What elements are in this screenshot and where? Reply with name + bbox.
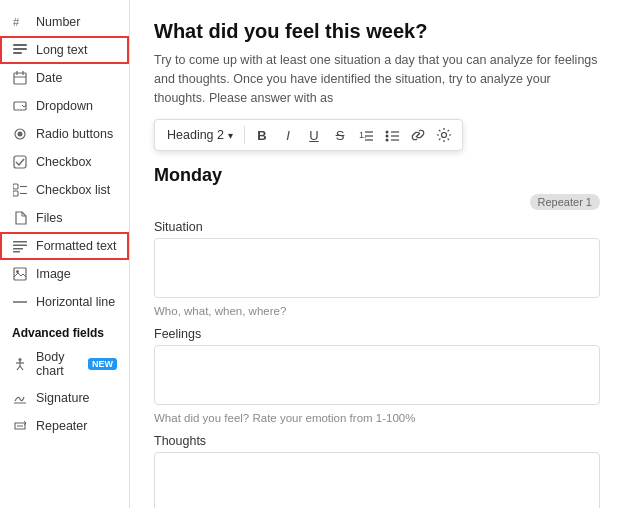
sidebar-item-checkbox-list[interactable]: Checkbox list <box>0 176 129 204</box>
sidebar-item-files[interactable]: Files <box>0 204 129 232</box>
svg-rect-18 <box>13 248 23 250</box>
svg-point-35 <box>386 139 389 142</box>
thoughts-textarea[interactable] <box>154 452 600 508</box>
sidebar-label-checkbox-list: Checkbox list <box>36 183 110 197</box>
sidebar-item-signature[interactable]: Signature <box>0 384 129 412</box>
repeater-icon <box>12 418 28 434</box>
checkbox-list-icon <box>12 182 28 198</box>
svg-rect-8 <box>14 102 26 110</box>
underline-button[interactable]: U <box>302 123 326 147</box>
bold-button[interactable]: B <box>250 123 274 147</box>
svg-point-33 <box>386 131 389 134</box>
advanced-section-title: Advanced fields <box>0 316 129 344</box>
feelings-label: Feelings <box>154 327 600 341</box>
sidebar-item-long-text[interactable]: Long text <box>0 36 129 64</box>
page-description: Try to come up with at least one situati… <box>154 51 600 107</box>
situation-textarea[interactable] <box>154 238 600 298</box>
sidebar-label-dropdown: Dropdown <box>36 99 93 113</box>
sidebar-label-date: Date <box>36 71 62 85</box>
ordered-list-button[interactable]: 1. <box>354 123 378 147</box>
unordered-list-icon <box>385 128 399 142</box>
sidebar-label-checkbox: Checkbox <box>36 155 92 169</box>
sidebar-item-dropdown[interactable]: Dropdown <box>0 92 129 120</box>
ordered-list-icon: 1. <box>359 128 373 142</box>
repeater-badge: Repeater 1 <box>530 194 600 210</box>
checkbox-icon <box>12 154 28 170</box>
chevron-down-icon: ▾ <box>228 130 233 141</box>
formatted-text-icon <box>12 238 28 254</box>
feelings-field-block: Feelings What did you feel? Rate your em… <box>154 327 600 424</box>
day-section-header: Monday Repeater 1 <box>154 165 600 220</box>
thoughts-label: Thoughts <box>154 434 600 448</box>
sidebar-item-number[interactable]: # Number <box>0 8 129 36</box>
image-icon <box>12 266 28 282</box>
sidebar-label-body-chart: Body chart <box>36 350 76 378</box>
svg-point-21 <box>16 270 19 273</box>
page-title: What did you feel this week? <box>154 20 600 43</box>
long-text-icon <box>12 42 28 58</box>
sidebar-item-checkbox[interactable]: Checkbox <box>0 148 129 176</box>
main-content: What did you feel this week? Try to come… <box>130 0 624 508</box>
svg-rect-17 <box>13 245 27 247</box>
feelings-hint: What did you feel? Rate your emotion fro… <box>154 412 600 424</box>
strikethrough-icon: S <box>336 128 345 143</box>
radio-icon <box>12 126 28 142</box>
sidebar-item-image[interactable]: Image <box>0 260 129 288</box>
link-icon <box>411 128 425 142</box>
svg-rect-1 <box>13 44 27 46</box>
dropdown-icon <box>12 98 28 114</box>
day-heading: Monday <box>154 165 600 186</box>
svg-rect-16 <box>13 241 27 243</box>
svg-line-27 <box>20 366 23 370</box>
gear-icon <box>437 128 451 142</box>
sidebar-label-number: Number <box>36 15 80 29</box>
sidebar-item-formatted-text[interactable]: Formatted text <box>0 232 129 260</box>
svg-rect-2 <box>13 48 27 50</box>
sidebar-label-horizontal-line: Horizontal line <box>36 295 115 309</box>
sidebar-label-formatted-text: Formatted text <box>36 239 117 253</box>
thoughts-field-block: Thoughts What was going through your min… <box>154 434 600 508</box>
sidebar-label-files: Files <box>36 211 62 225</box>
italic-button[interactable]: I <box>276 123 300 147</box>
sidebar-item-radio-buttons[interactable]: Radio buttons <box>0 120 129 148</box>
new-badge: NEW <box>88 358 117 370</box>
situation-hint: Who, what, when, where? <box>154 305 600 317</box>
sidebar-label-long-text: Long text <box>36 43 87 57</box>
svg-line-26 <box>17 366 20 370</box>
sidebar-item-date[interactable]: Date <box>0 64 129 92</box>
svg-rect-12 <box>13 184 18 189</box>
bold-icon: B <box>257 128 266 143</box>
svg-rect-11 <box>14 156 26 168</box>
heading-dropdown[interactable]: Heading 2 ▾ <box>161 126 239 144</box>
situation-field-block: Situation Who, what, when, where? <box>154 220 600 317</box>
svg-rect-4 <box>14 73 26 84</box>
svg-point-39 <box>442 133 447 138</box>
link-button[interactable] <box>406 123 430 147</box>
feelings-textarea[interactable] <box>154 345 600 405</box>
svg-rect-19 <box>13 251 20 253</box>
settings-button[interactable] <box>432 123 456 147</box>
sidebar: # Number Long text Date <box>0 0 130 508</box>
sidebar-item-repeater[interactable]: Repeater <box>0 412 129 440</box>
svg-rect-14 <box>13 191 18 196</box>
date-icon <box>12 70 28 86</box>
formatting-toolbar: Heading 2 ▾ B I U S 1. <box>154 119 463 151</box>
body-chart-icon <box>12 356 28 372</box>
horizontal-line-icon <box>12 294 28 310</box>
sidebar-label-radio-buttons: Radio buttons <box>36 127 113 141</box>
unordered-list-button[interactable] <box>380 123 404 147</box>
svg-point-23 <box>19 358 22 361</box>
sidebar-item-horizontal-line[interactable]: Horizontal line <box>0 288 129 316</box>
files-icon <box>12 210 28 226</box>
signature-icon <box>12 390 28 406</box>
number-icon: # <box>12 14 28 30</box>
sidebar-label-repeater: Repeater <box>36 419 87 433</box>
svg-text:#: # <box>13 16 20 28</box>
sidebar-item-body-chart[interactable]: Body chart NEW <box>0 344 129 384</box>
sidebar-label-signature: Signature <box>36 391 90 405</box>
strikethrough-button[interactable]: S <box>328 123 352 147</box>
sidebar-label-image: Image <box>36 267 71 281</box>
situation-label: Situation <box>154 220 600 234</box>
heading-label: Heading 2 <box>167 128 224 142</box>
svg-rect-20 <box>14 268 26 280</box>
